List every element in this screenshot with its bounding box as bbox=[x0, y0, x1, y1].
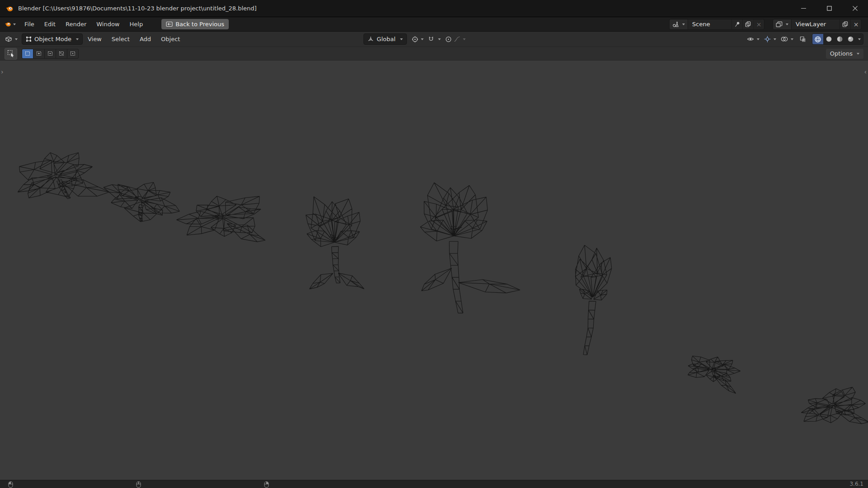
select-mode-group bbox=[22, 49, 79, 59]
blender-version: 3.6.1 bbox=[849, 481, 863, 487]
chevron-down-icon bbox=[786, 23, 788, 25]
snap-settings-dropdown[interactable] bbox=[436, 33, 443, 45]
chevron-down-icon bbox=[463, 38, 466, 40]
back-to-previous-button[interactable]: Back to Previous bbox=[161, 19, 229, 29]
view-layer-selector: ViewLayer × bbox=[773, 19, 862, 30]
sidebar-expand-arrow[interactable]: ‹ bbox=[864, 69, 867, 75]
mouse-middle-button-icon bbox=[136, 481, 141, 488]
pin-icon bbox=[735, 21, 740, 27]
select-mode-intersect[interactable] bbox=[67, 49, 78, 58]
gizmo-icon bbox=[764, 36, 771, 42]
wireframe-flower-5[interactable] bbox=[420, 183, 520, 313]
shading-settings-dropdown[interactable] bbox=[856, 34, 863, 44]
chevron-down-icon bbox=[858, 38, 861, 40]
wireframe-flower-2[interactable] bbox=[104, 183, 179, 222]
menu-render[interactable]: Render bbox=[61, 17, 91, 31]
menu-view[interactable]: View bbox=[83, 32, 107, 47]
material-sphere-icon bbox=[836, 36, 843, 42]
menu-file[interactable]: File bbox=[19, 17, 39, 31]
back-screen-icon bbox=[166, 21, 173, 27]
wireframe-flower-4[interactable] bbox=[306, 197, 364, 289]
shading-rendered-button[interactable] bbox=[845, 34, 856, 44]
proportional-falloff-dropdown[interactable] bbox=[454, 33, 468, 45]
wireframe-flower-1[interactable] bbox=[18, 153, 109, 199]
select-extend-icon bbox=[36, 51, 42, 56]
wireframe-flower-3[interactable] bbox=[176, 196, 265, 242]
xray-toggle[interactable] bbox=[797, 33, 808, 45]
viewport-3d-canvas[interactable] bbox=[0, 0, 868, 488]
wireframe-sphere-icon bbox=[814, 36, 821, 43]
shading-wireframe-button[interactable] bbox=[812, 34, 823, 44]
pivot-point-dropdown[interactable] bbox=[410, 33, 426, 45]
falloff-curve-icon bbox=[454, 36, 460, 42]
viewport-editor-icon bbox=[5, 36, 12, 42]
wireframe-flower-7[interactable] bbox=[688, 356, 741, 394]
select-mode-subtract[interactable] bbox=[45, 49, 56, 58]
gizmos-dropdown[interactable] bbox=[762, 33, 778, 45]
select-set-icon bbox=[25, 51, 30, 56]
chevron-down-icon bbox=[13, 23, 16, 25]
menu-object[interactable]: Object bbox=[156, 32, 185, 47]
menu-window[interactable]: Window bbox=[91, 17, 124, 31]
scene-new-button[interactable] bbox=[742, 19, 753, 29]
menu-help[interactable]: Help bbox=[125, 17, 148, 31]
select-mode-extend[interactable] bbox=[33, 49, 44, 58]
unlink-x-icon: × bbox=[756, 21, 762, 28]
window-titlebar: Blender [C:\Users\91876\Documents\11-10-… bbox=[0, 0, 868, 17]
active-tool-tweak-button[interactable] bbox=[5, 48, 17, 60]
object-visibility-dropdown[interactable] bbox=[745, 33, 762, 45]
select-mode-set[interactable] bbox=[22, 49, 33, 58]
shading-mode-group bbox=[812, 33, 863, 45]
orientation-gizmo-icon bbox=[368, 36, 374, 42]
select-intersect-icon bbox=[70, 51, 75, 56]
chevron-down-icon bbox=[438, 38, 441, 40]
toolbar-expand-arrow[interactable]: › bbox=[1, 69, 4, 75]
minimize-button[interactable] bbox=[791, 0, 816, 17]
wireframe-flower-6[interactable] bbox=[576, 245, 612, 355]
solid-sphere-icon bbox=[826, 36, 832, 42]
view-layer-name-field[interactable]: ViewLayer bbox=[792, 19, 840, 29]
blender-logo-icon bbox=[5, 21, 11, 28]
wireframe-flower-8[interactable] bbox=[801, 387, 868, 424]
select-subtract-icon bbox=[47, 51, 53, 56]
app-menu-button[interactable] bbox=[0, 17, 19, 31]
shading-material-button[interactable] bbox=[834, 34, 845, 44]
menu-select[interactable]: Select bbox=[107, 32, 135, 47]
topbar: File Edit Render Window Help Back to Pre… bbox=[0, 17, 868, 32]
mouse-left-button-icon bbox=[8, 481, 13, 488]
layers-icon bbox=[776, 21, 783, 28]
menu-edit[interactable]: Edit bbox=[39, 17, 61, 31]
options-dropdown[interactable]: Options bbox=[826, 49, 863, 59]
chevron-down-icon bbox=[15, 38, 18, 40]
scene-name-field[interactable]: Scene bbox=[688, 19, 731, 29]
scene-pin-button[interactable] bbox=[731, 19, 742, 29]
view-layer-new-button[interactable] bbox=[840, 19, 850, 29]
orientation-dropdown[interactable]: Global bbox=[363, 33, 406, 45]
select-mode-invert[interactable] bbox=[56, 49, 67, 58]
chevron-down-icon bbox=[400, 38, 403, 40]
menu-add[interactable]: Add bbox=[135, 32, 156, 47]
eye-icon bbox=[747, 36, 754, 42]
view-layer-remove-button[interactable]: × bbox=[850, 19, 861, 29]
proportional-editing-toggle[interactable] bbox=[443, 33, 454, 45]
overlays-icon bbox=[781, 36, 788, 42]
window-controls bbox=[791, 0, 868, 17]
mode-dropdown[interactable]: Object Mode bbox=[22, 33, 83, 45]
chevron-down-icon bbox=[757, 38, 760, 40]
chevron-down-icon bbox=[682, 23, 685, 25]
duplicate-icon bbox=[842, 21, 848, 27]
mouse-right-button-icon bbox=[264, 481, 269, 488]
editor-type-button[interactable] bbox=[3, 33, 20, 45]
snap-toggle[interactable] bbox=[426, 33, 436, 45]
scene-browse-button[interactable] bbox=[670, 19, 688, 29]
maximize-button[interactable] bbox=[816, 0, 842, 17]
proportional-circle-icon bbox=[445, 36, 452, 42]
shading-solid-button[interactable] bbox=[823, 34, 834, 44]
rendered-sphere-icon bbox=[847, 36, 854, 42]
remove-x-icon: × bbox=[854, 21, 859, 28]
view-layer-browse-button[interactable] bbox=[773, 19, 792, 29]
scene-unlink-button[interactable]: × bbox=[753, 19, 764, 29]
overlays-dropdown[interactable] bbox=[778, 33, 796, 45]
chevron-down-icon bbox=[76, 38, 79, 40]
close-button[interactable] bbox=[842, 0, 868, 17]
